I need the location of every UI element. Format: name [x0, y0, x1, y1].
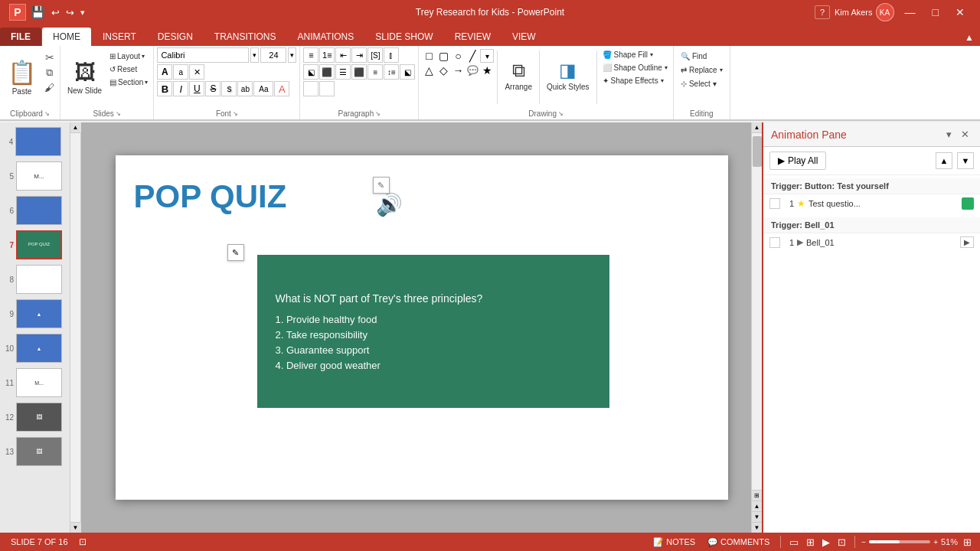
minimize-button[interactable]: — — [899, 5, 922, 20]
increase-indent-button[interactable]: ⇥ — [351, 47, 367, 63]
animation-pane-close-button[interactable]: ✕ — [958, 127, 972, 142]
tab-view[interactable]: VIEW — [501, 28, 547, 46]
paste-button[interactable]: 📋 Paste — [3, 47, 41, 107]
fit-slide-button[interactable]: ⊞ — [961, 535, 974, 549]
edit-overlay-2[interactable]: ✎ — [373, 177, 390, 194]
align-left-button[interactable]: ⬛ — [319, 64, 335, 80]
anim-item-checkbox-2[interactable] — [769, 237, 780, 248]
align-right-button[interactable]: ⬛ — [351, 64, 367, 80]
anim-order-down-button[interactable]: ▼ — [957, 152, 974, 169]
new-slide-button[interactable]: 🖼 New Slide — [64, 47, 106, 107]
collapse-ribbon-button[interactable]: ▲ — [959, 31, 980, 44]
anim-item-2[interactable]: 1 ▶ Bell_01 ▶ — [763, 233, 980, 251]
shrink-font-button[interactable]: a — [173, 64, 188, 80]
justify-button[interactable]: ≡ — [368, 64, 383, 80]
shape-effects-button[interactable]: ✦ Shape Effects ▾ — [600, 75, 670, 86]
shape-arrow[interactable]: → — [451, 64, 465, 77]
tab-review[interactable]: REVIEW — [444, 28, 501, 46]
anim-order-up-button[interactable]: ▲ — [936, 152, 952, 169]
shadow-button[interactable]: s — [221, 81, 237, 96]
line-spacing-button[interactable]: ↕≡ — [384, 64, 399, 80]
canvas-scroll-thumb[interactable] — [753, 136, 762, 167]
tab-transitions[interactable]: TRANSITIONS — [204, 28, 287, 46]
canvas-vscroll[interactable]: ▲ ⊞ ▲ ▼ ▼ — [751, 122, 762, 533]
section-button[interactable]: ▤ Section ▾ — [107, 77, 150, 88]
columns-button[interactable]: ⫿ — [384, 47, 399, 63]
grow-font-button[interactable]: A — [157, 64, 172, 80]
qat-redo[interactable]: ↪ — [64, 5, 76, 20]
animation-pane-collapse-button[interactable]: ▾ — [943, 127, 955, 142]
close-button[interactable]: ✕ — [949, 5, 971, 20]
underline-button[interactable]: U — [189, 81, 204, 96]
slide-panel-scrollbar[interactable]: ▲ ▼ — [70, 122, 81, 533]
speaker-icon[interactable]: ✎ 🔊 — [376, 192, 403, 217]
text-highlight-button[interactable]: ⬕ — [400, 64, 415, 80]
view-sorter-button[interactable]: ⊞ — [804, 535, 817, 549]
tab-animations[interactable]: ANIMATIONS — [286, 28, 364, 46]
qat-more[interactable]: ▾ — [79, 7, 87, 18]
canvas-scroll-up[interactable]: ▲ — [752, 122, 763, 133]
slide-show-button[interactable]: ⊡ — [76, 535, 90, 549]
zoom-slider-area[interactable]: − + 51% ⊞ — [861, 535, 974, 549]
bullets-button[interactable]: ≡ — [303, 47, 318, 63]
canvas-scroll-down[interactable]: ▼ — [752, 522, 763, 533]
shape-rounded[interactable]: ▢ — [436, 49, 450, 63]
arrange-button[interactable]: ⧉ Arrange — [501, 47, 536, 103]
font-size-input[interactable] — [260, 47, 286, 63]
replace-button[interactable]: ⇄ Replace ▾ — [678, 64, 725, 76]
layout-button[interactable]: ⊞ Layout ▾ — [107, 51, 150, 62]
font-name-dropdown[interactable]: ▾ — [250, 47, 259, 63]
anim-item-1[interactable]: 1 ★ Test questio... — [763, 194, 980, 213]
tab-design[interactable]: DESIGN — [147, 28, 204, 46]
slide-scroll-up[interactable]: ▲ — [70, 122, 81, 133]
numbering-button[interactable]: 1≡ — [319, 47, 335, 63]
shape-diamond[interactable]: ◇ — [436, 64, 450, 77]
font-color-button[interactable]: A — [274, 81, 289, 96]
shape-outline-button[interactable]: ⬜ Shape Outline ▾ — [600, 62, 670, 73]
font-size-dropdown[interactable]: ▾ — [288, 47, 296, 63]
zoom-to-page-button[interactable]: ⊞ — [752, 490, 763, 500]
slide-thumb-11[interactable]: 11 M... — [2, 367, 68, 399]
font-name-input[interactable] — [157, 47, 249, 63]
qat-save[interactable]: 💾 — [29, 4, 47, 21]
tab-slideshow[interactable]: SLIDE SHOW — [364, 28, 443, 46]
slide-thumb-6[interactable]: 6 — [2, 194, 68, 227]
qat-undo[interactable]: ↩ — [50, 5, 61, 20]
slide-scroll-down[interactable]: ▼ — [70, 522, 81, 533]
anim-play-btn-2[interactable]: ▶ — [960, 236, 974, 248]
zoom-slider[interactable] — [869, 540, 930, 543]
notes-button[interactable]: 📝 NOTES — [648, 536, 700, 549]
slide-thumb-10[interactable]: 10 ▲ — [2, 332, 68, 364]
slide-thumb-13[interactable]: 13 🖼 — [2, 435, 68, 468]
smart-art-button[interactable]: [S] — [368, 47, 383, 63]
slide-thumb-7[interactable]: 7 POP QUIZ — [2, 229, 68, 261]
slide-thumb-9[interactable]: 9 ▲ — [2, 298, 68, 330]
strikethrough-button[interactable]: S — [205, 81, 220, 96]
convert-smartart-button[interactable] — [319, 81, 335, 96]
align-center-button[interactable]: ☰ — [335, 64, 351, 80]
help-button[interactable]: ? — [815, 5, 830, 19]
reset-button[interactable]: ↺ Reset — [107, 64, 150, 75]
question-box[interactable]: What is NOT part of Trey's three princip… — [257, 255, 609, 408]
bold-button[interactable]: B — [157, 81, 172, 96]
view-slideshow-button[interactable]: ⊡ — [835, 535, 848, 549]
change-case-button[interactable]: Aa — [253, 81, 273, 96]
tab-home[interactable]: HOME — [42, 28, 91, 46]
prev-slide-button[interactable]: ▲ — [752, 500, 763, 511]
slide-thumb-8[interactable]: 8 — [2, 263, 68, 295]
edit-overlay-1[interactable]: ✎ — [227, 244, 244, 261]
select-button[interactable]: ⊹ Select ▾ — [678, 78, 725, 90]
shape-rect[interactable]: □ — [422, 49, 436, 63]
slide-title[interactable]: POP QUIZ — [134, 178, 287, 215]
slide-thumb-12[interactable]: 12 🖼 — [2, 401, 68, 433]
shape-star[interactable]: ★ — [480, 64, 494, 77]
tab-insert[interactable]: INSERT — [92, 28, 147, 46]
slide-thumb-4[interactable]: 4 — [2, 126, 68, 158]
quick-styles-button[interactable]: ◨ Quick Styles — [543, 47, 593, 103]
cut-button[interactable]: ✂ — [42, 51, 57, 64]
italic-button[interactable]: I — [173, 81, 188, 96]
play-all-button[interactable]: ▶ Play All — [769, 152, 826, 170]
maximize-button[interactable]: □ — [926, 5, 945, 20]
char-spacing-button[interactable]: ab — [237, 81, 253, 96]
view-reading-button[interactable]: ▶ — [820, 535, 832, 549]
